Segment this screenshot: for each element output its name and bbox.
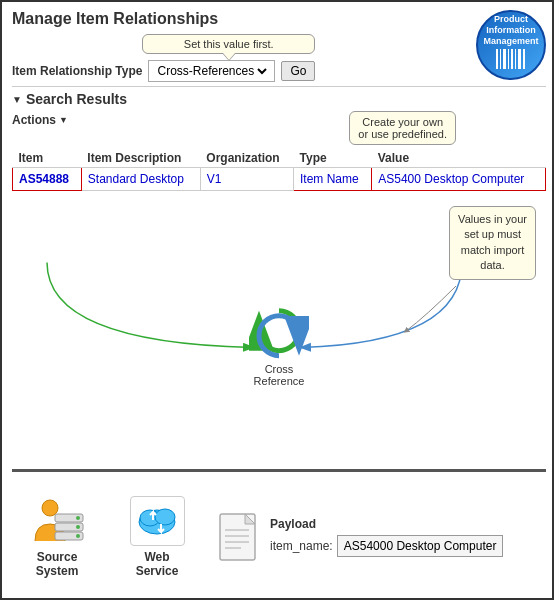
bottom-section: Source System Web Service xyxy=(2,472,554,600)
col-value: Value xyxy=(372,149,546,168)
cell-value: AS5400 Desktop Computer xyxy=(372,168,546,191)
main-container: Manage Item Relationships Set this value… xyxy=(2,2,554,600)
header: Manage Item Relationships Set this value… xyxy=(2,2,554,86)
section-title: Search Results xyxy=(26,91,127,107)
svg-rect-4 xyxy=(511,49,513,69)
svg-point-13 xyxy=(76,525,80,529)
payload-area: Payload item_name: AS54000 Desktop Compu… xyxy=(217,512,503,562)
table-header-row: Item Item Description Organization Type … xyxy=(13,149,546,168)
col-type: Type xyxy=(294,149,372,168)
table-row[interactable]: AS54888 Standard Desktop V1 Item Name AS… xyxy=(13,168,546,191)
payload-value: AS54000 Desktop Computer xyxy=(337,535,504,557)
payload-label: Payload xyxy=(270,517,503,531)
collapse-triangle[interactable]: ▼ xyxy=(12,94,22,105)
source-system: Source System xyxy=(17,496,97,578)
svg-rect-6 xyxy=(518,49,521,69)
svg-point-17 xyxy=(155,509,175,525)
col-organization: Organization xyxy=(200,149,293,168)
svg-rect-7 xyxy=(523,49,525,69)
header-left: Manage Item Relationships Set this value… xyxy=(12,10,315,82)
payload-key: item_name: xyxy=(270,539,333,553)
pim-line3: Management xyxy=(483,36,538,47)
cell-item[interactable]: AS54888 xyxy=(13,168,82,191)
results-table: Item Item Description Organization Type … xyxy=(12,149,546,191)
pim-line2: Information xyxy=(486,25,536,36)
values-tooltip: Values in yourset up mustmatch importdat… xyxy=(449,206,536,280)
pim-badge: Product Information Management xyxy=(476,10,546,80)
cell-type: Item Name xyxy=(294,168,372,191)
page-title: Manage Item Relationships xyxy=(12,10,315,28)
tooltip-arrow-svg xyxy=(396,286,476,336)
actions-label: Actions xyxy=(12,113,56,127)
web-service-label: Web Service xyxy=(136,550,179,578)
svg-rect-0 xyxy=(496,49,498,69)
svg-point-8 xyxy=(42,500,58,516)
set-value-tooltip: Set this value first. xyxy=(142,34,315,54)
web-service-icon xyxy=(130,496,185,546)
go-button[interactable]: Go xyxy=(281,61,315,81)
svg-rect-1 xyxy=(500,49,501,69)
col-item: Item xyxy=(13,149,82,168)
relationship-type-dropdown[interactable]: Cross-References xyxy=(148,60,275,82)
relationship-type-row: Item Relationship Type Cross-References … xyxy=(12,60,315,82)
diagram-area: Cross Reference Values in yourset up mus… xyxy=(12,191,546,469)
cross-reference-icon: Cross Reference xyxy=(249,306,309,387)
svg-rect-5 xyxy=(515,49,516,69)
relationship-type-select[interactable]: Cross-References xyxy=(153,63,270,79)
pim-line1: Product xyxy=(494,14,528,25)
svg-point-12 xyxy=(76,516,80,520)
actions-area: Actions ▼ Create your own or use predefi… xyxy=(12,111,546,145)
cross-reference-label: Cross Reference xyxy=(254,363,305,387)
col-item-description: Item Description xyxy=(81,149,200,168)
payload-icon xyxy=(217,512,262,562)
source-system-label: Source System xyxy=(36,550,79,578)
cell-description: Standard Desktop xyxy=(81,168,200,191)
actions-tooltip: Create your own or use predefined. xyxy=(349,111,456,145)
svg-point-14 xyxy=(76,534,80,538)
svg-rect-2 xyxy=(503,49,506,69)
cross-ref-svg xyxy=(249,306,309,361)
section-header: ▼ Search Results xyxy=(12,86,546,107)
barcode-icon xyxy=(496,49,526,76)
actions-dropdown-arrow: ▼ xyxy=(59,115,68,125)
actions-button[interactable]: Actions ▼ xyxy=(12,111,68,129)
svg-rect-3 xyxy=(508,49,509,69)
cell-organization: V1 xyxy=(200,168,293,191)
server-icon xyxy=(30,496,85,546)
search-results: ▼ Search Results Actions ▼ Create your o… xyxy=(2,86,554,469)
relationship-type-label: Item Relationship Type xyxy=(12,64,142,78)
web-service: Web Service xyxy=(117,496,197,578)
